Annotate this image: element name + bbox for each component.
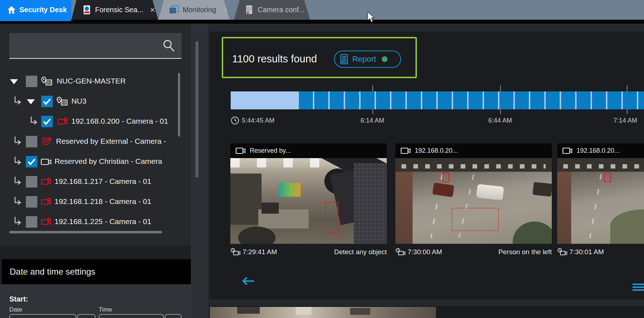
result-card[interactable]: 192.168.0.20... 7:30:01 AM bbox=[557, 143, 644, 258]
tree-row[interactable]: 192.168.1.217 - Camera - 01 bbox=[0, 172, 191, 192]
detection-box bbox=[452, 208, 499, 231]
branch-arrow-icon bbox=[30, 117, 38, 126]
tree-row[interactable]: 192.168.1.218 - Camera - 01 bbox=[0, 192, 191, 212]
camera-offline-icon bbox=[41, 197, 52, 207]
previous-page-arrow[interactable] bbox=[241, 276, 255, 286]
tree-item-label: 192.168.1.218 - Camera - 01 bbox=[55, 197, 151, 206]
tree-item-label: NU3 bbox=[71, 97, 86, 105]
video-thumbnail[interactable] bbox=[557, 158, 644, 244]
search-input[interactable] bbox=[9, 33, 182, 59]
tree-row[interactable]: Reserved by Christian - Camera bbox=[0, 152, 191, 172]
timeline-bar-empty-segment[interactable] bbox=[231, 91, 299, 109]
home-icon bbox=[7, 6, 16, 14]
card-camera-name: 192.168.0.20... bbox=[415, 147, 458, 155]
panel-gutter bbox=[191, 24, 208, 318]
branch-arrow-icon bbox=[14, 96, 22, 106]
checkbox[interactable] bbox=[41, 116, 53, 127]
results-count: 1100 results found bbox=[232, 53, 317, 65]
video-thumbnail[interactable] bbox=[230, 158, 387, 244]
card-footer: 7:29:41 AM Detect any object bbox=[230, 247, 387, 257]
card-header: Reserved by... bbox=[230, 143, 387, 158]
horizontal-scrollbar[interactable] bbox=[9, 231, 162, 233]
forensic-tab-icon bbox=[84, 5, 90, 14]
branch-arrow-icon bbox=[14, 157, 22, 166]
tab-monitoring[interactable]: Monitoring ✕ bbox=[158, 0, 230, 20]
date-input[interactable] bbox=[9, 314, 76, 318]
checkbox[interactable] bbox=[41, 96, 53, 107]
detection-box bbox=[442, 173, 450, 182]
time-picker-button[interactable] bbox=[165, 314, 182, 318]
camera-icon bbox=[562, 147, 573, 155]
detection-box bbox=[604, 173, 611, 182]
branch-arrow-icon bbox=[14, 137, 22, 146]
search-icon bbox=[162, 39, 176, 53]
expand-triangle-icon[interactable] bbox=[27, 99, 35, 104]
close-icon[interactable]: ✕ bbox=[150, 6, 155, 14]
start-label: Start: bbox=[9, 295, 28, 303]
video-thumbnail-partial[interactable] bbox=[210, 307, 436, 318]
tree-row[interactable]: 192.168.0.200 - Camera - 01 bbox=[0, 111, 191, 132]
camera-offline-icon bbox=[41, 217, 52, 227]
close-icon[interactable]: ✕ bbox=[311, 6, 316, 14]
card-camera-name: Reserved by... bbox=[250, 147, 291, 155]
report-icon bbox=[340, 54, 348, 65]
mouse-cursor bbox=[367, 11, 376, 24]
menu-icon[interactable] bbox=[633, 284, 644, 292]
site-icon bbox=[56, 96, 69, 106]
datetime-settings-panel: Start: Date Time bbox=[0, 284, 191, 318]
camera-icon bbox=[41, 158, 52, 166]
date-picker-button[interactable] bbox=[77, 314, 95, 318]
tree-item-label: 192.168.1.225 - Camera - 01 bbox=[55, 217, 151, 226]
expand-triangle-icon[interactable] bbox=[10, 79, 18, 84]
card-time: 7:30:00 AM bbox=[408, 248, 442, 256]
tab-camera-config[interactable]: Camera conf... ✕ bbox=[234, 0, 310, 20]
timeline-tick-label: 6:44 AM bbox=[488, 117, 512, 124]
tree-row[interactable]: 192.168.1.225 - Camera - 01 bbox=[0, 212, 191, 232]
timeline-tick-label: 6:14 AM bbox=[361, 117, 384, 124]
checkbox[interactable] bbox=[26, 196, 37, 208]
checkbox[interactable] bbox=[26, 216, 37, 228]
result-card[interactable]: Reserved by... 7:29:41 AM bbox=[230, 143, 387, 258]
camera-clock-icon bbox=[230, 248, 240, 256]
video-thumbnail[interactable] bbox=[395, 158, 552, 244]
active-tab-underline bbox=[0, 20, 71, 21]
camera-clock-icon bbox=[557, 248, 567, 256]
time-input[interactable] bbox=[99, 314, 164, 318]
card-header: 192.168.0.20... bbox=[395, 143, 552, 158]
date-label: Date bbox=[9, 306, 22, 313]
tree-row[interactable]: NU3 bbox=[0, 91, 191, 111]
tab-label: Security Desk bbox=[19, 6, 67, 14]
clock-icon bbox=[231, 116, 239, 125]
timeline-start-label: 5:44:45 AM bbox=[242, 117, 274, 124]
close-icon[interactable]: ✕ bbox=[222, 6, 228, 14]
checkbox[interactable] bbox=[26, 156, 37, 167]
tree-item-label: Reserved by Christian - Camera bbox=[55, 157, 162, 166]
camera-config-tab-icon bbox=[246, 5, 252, 14]
tab-forensic-search[interactable]: Forensic Sea... ✕ bbox=[71, 0, 158, 20]
card-description: Detect any object bbox=[334, 248, 387, 256]
checkbox[interactable] bbox=[26, 136, 37, 147]
branch-arrow-icon bbox=[14, 217, 22, 226]
camera-clock-icon bbox=[395, 248, 405, 256]
tabbar-divider bbox=[0, 20, 644, 24]
report-button[interactable]: Report bbox=[334, 51, 401, 68]
tab-security-desk[interactable]: Security Desk bbox=[0, 0, 71, 20]
checkbox[interactable] bbox=[26, 76, 37, 87]
vertical-scrollbar[interactable] bbox=[178, 73, 180, 137]
monitoring-tab-icon bbox=[170, 6, 178, 13]
tab-bar: Security Desk Forensic Sea... ✕ Monitori… bbox=[0, 0, 644, 20]
card-description: Person on the left bbox=[498, 248, 552, 256]
checkbox[interactable] bbox=[26, 176, 37, 188]
status-dot bbox=[382, 56, 387, 62]
main-vertical-scrollbar[interactable] bbox=[196, 41, 198, 177]
timeline-bar-result-segments[interactable] bbox=[299, 91, 644, 109]
detection-box bbox=[325, 202, 338, 233]
tree-row[interactable]: NUC-GEN-MASTER bbox=[0, 71, 191, 91]
card-time: 7:29:41 AM bbox=[243, 248, 277, 256]
tree-row[interactable]: Reserved by External - Camera - bbox=[0, 132, 191, 152]
card-footer: 7:30:00 AM Person on the left bbox=[395, 247, 552, 257]
datetime-settings-header: Date and time settings bbox=[2, 259, 191, 284]
result-card[interactable]: 192.168.0.20... 7:30:00 AM bbox=[395, 143, 552, 258]
tab-label: Camera conf... bbox=[258, 6, 305, 14]
card-header: 192.168.0.20... bbox=[557, 143, 644, 158]
